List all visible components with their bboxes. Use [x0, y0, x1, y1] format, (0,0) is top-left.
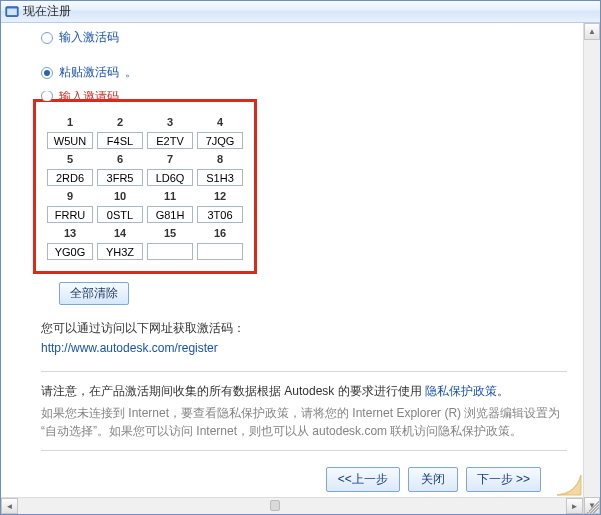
nav-button-row: <<上一步 关闭 下一步 >> [41, 461, 567, 500]
code-input-5[interactable] [47, 169, 93, 186]
cell-label: 8 [196, 152, 244, 166]
cell-label: 16 [196, 226, 244, 240]
titlebar: 现在注册 [1, 1, 600, 23]
radio-icon-selected [41, 67, 53, 79]
code-input-9[interactable] [47, 206, 93, 223]
code-input-8[interactable] [197, 169, 243, 186]
radio-paste-code[interactable]: 粘贴激活码。 [41, 64, 567, 81]
vertical-scrollbar[interactable]: ▲ ▼ [583, 23, 600, 514]
activation-code-box: 1 2 3 4 5 6 [33, 99, 257, 274]
code-input-4[interactable] [197, 132, 243, 149]
clear-all-button[interactable]: 全部清除 [59, 282, 129, 305]
code-input-12[interactable] [197, 206, 243, 223]
code-input-6[interactable] [97, 169, 143, 186]
code-input-11[interactable] [147, 206, 193, 223]
scroll-right-arrow[interactable]: ► [566, 498, 583, 514]
resize-grip-icon[interactable] [584, 498, 599, 513]
cell-label: 14 [96, 226, 144, 240]
code-input-16[interactable] [197, 243, 243, 260]
code-input-13[interactable] [47, 243, 93, 260]
code-input-1[interactable] [47, 132, 93, 149]
notice-prefix: 请注意，在产品激活期间收集的所有数据根据 Autodesk 的要求进行使用 [41, 384, 425, 398]
cell-label: 12 [196, 189, 244, 203]
close-button[interactable]: 关闭 [408, 467, 458, 492]
radio-enter-code[interactable]: 输入激活码 [41, 29, 567, 46]
period: 。 [125, 64, 137, 81]
cell-label: 9 [46, 189, 94, 203]
svg-rect-1 [7, 8, 17, 15]
separator [41, 371, 567, 372]
separator [41, 450, 567, 451]
code-input-3[interactable] [147, 132, 193, 149]
code-input-7[interactable] [147, 169, 193, 186]
cell-label: 10 [96, 189, 144, 203]
code-grid: 1 2 3 4 5 6 [44, 112, 246, 263]
notice-suffix: 。 [497, 384, 509, 398]
cell-label: 13 [46, 226, 94, 240]
cell-label: 5 [46, 152, 94, 166]
radio-enter-label: 输入激活码 [59, 29, 119, 46]
visit-url-text: 您可以通过访问以下网址获取激活码： [41, 319, 567, 337]
code-input-2[interactable] [97, 132, 143, 149]
code-input-14[interactable] [97, 243, 143, 260]
radio-icon [41, 91, 53, 101]
main-content: 输入激活码 粘贴激活码。 输入邀请码 1 2 3 [1, 23, 583, 514]
cell-label: 4 [196, 115, 244, 129]
radio-third-truncated[interactable]: 输入邀请码 [41, 91, 567, 101]
registration-window: 现在注册 输入激活码 粘贴激活码。 输入邀请码 [0, 0, 601, 515]
window-title: 现在注册 [23, 3, 71, 20]
cell-label: 3 [146, 115, 194, 129]
cell-label: 1 [46, 115, 94, 129]
register-url-link[interactable]: http://www.autodesk.com/register [41, 341, 218, 355]
cell-label: 11 [146, 189, 194, 203]
horizontal-scrollbar[interactable]: ◄ ► [1, 497, 583, 514]
vscroll-track[interactable] [584, 40, 600, 497]
radio-paste-label: 粘贴激活码 [59, 64, 119, 81]
scroll-up-arrow[interactable]: ▲ [584, 23, 600, 40]
gray-info-text: 如果您未连接到 Internet，要查看隐私保护政策，请将您的 Internet… [41, 404, 567, 440]
radio-icon [41, 32, 53, 44]
cell-label: 15 [146, 226, 194, 240]
cell-label: 2 [96, 115, 144, 129]
cell-label: 7 [146, 152, 194, 166]
back-button[interactable]: <<上一步 [326, 467, 400, 492]
code-input-10[interactable] [97, 206, 143, 223]
app-icon [5, 5, 19, 19]
hscroll-track[interactable] [18, 498, 566, 514]
cell-label: 6 [96, 152, 144, 166]
privacy-link-inline[interactable]: 隐私保护政策 [425, 384, 497, 398]
hscroll-thumb[interactable] [270, 500, 280, 511]
radio-third-label: 输入邀请码 [59, 91, 119, 101]
next-button[interactable]: 下一步 >> [466, 467, 541, 492]
notice-line: 请注意，在产品激活期间收集的所有数据根据 Autodesk 的要求进行使用 隐私… [41, 382, 567, 400]
code-input-15[interactable] [147, 243, 193, 260]
scroll-left-arrow[interactable]: ◄ [1, 498, 18, 514]
